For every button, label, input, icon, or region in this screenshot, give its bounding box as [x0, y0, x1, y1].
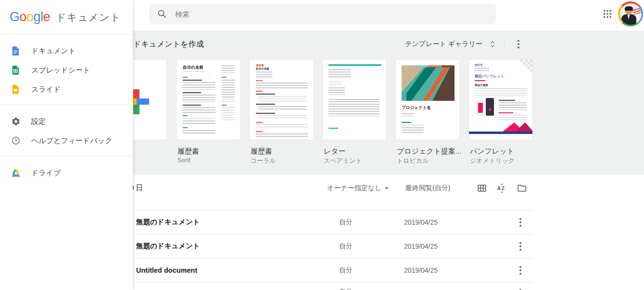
doc-row[interactable]: 自分	[133, 282, 533, 290]
more-vert-icon	[519, 266, 521, 268]
docs-icon	[11, 46, 21, 56]
checker-corner	[518, 60, 532, 74]
sidebar-item-documents[interactable]: ドキュメント	[0, 41, 133, 60]
sidebar-item-help-feedback[interactable]: ? ヘルプとフィードバック	[0, 131, 133, 150]
more-vert-icon	[519, 218, 521, 220]
user-avatar-photo	[620, 3, 642, 25]
unfold-more-icon	[488, 40, 497, 48]
thumb-name-text: 自分の名前	[256, 68, 269, 71]
doc-date: 2019/04/25	[404, 218, 515, 226]
template-more-options-button[interactable]	[512, 37, 525, 51]
create-document-title: ドキュメントを作成	[133, 39, 204, 49]
template-subtitle: コーラル	[251, 157, 276, 165]
sidebar-item-label: ドキュメント	[31, 47, 76, 56]
sidebar-primary-list: ドキュメント スプレッドシート	[0, 35, 133, 105]
template-subtitle: スペアミント	[324, 157, 362, 165]
more-vert-icon	[519, 242, 521, 244]
grid-view-button[interactable]	[476, 182, 488, 194]
template-card-resume-coral[interactable]: 履歴書 自分の名前 履歴書 コーラル	[249, 59, 314, 140]
template-subtitle: Serif	[177, 157, 190, 164]
more-vert-icon	[518, 40, 519, 42]
doc-name: Untitled document	[133, 266, 339, 274]
sidebar: Google ドキュメント ドキュメント	[0, 0, 133, 290]
user-avatar[interactable]	[618, 1, 643, 26]
divider	[504, 38, 505, 50]
template-thumbnail: 会社名 製品パンフレット 製品の概要	[468, 59, 533, 140]
template-gallery-button[interactable]: テンプレート ギャラリー	[405, 40, 497, 48]
template-card-resume-serif[interactable]: 自分の名前 履歴書 Serif	[176, 59, 240, 140]
template-thumbnail	[322, 59, 387, 140]
search-input[interactable]	[175, 10, 488, 18]
phone-image	[477, 101, 484, 115]
row-menu-button[interactable]	[515, 241, 526, 252]
sheets-icon	[11, 65, 21, 75]
sidebar-item-label: ドライブ	[31, 169, 61, 178]
sidebar-item-label: スライド	[31, 85, 61, 94]
navy-bar	[469, 132, 533, 134]
template-title: 履歴書	[251, 147, 272, 156]
sidebar-secondary-list: 設定 ? ヘルプとフィードバック	[0, 105, 133, 156]
sidebar-item-spreadsheets[interactable]: スプレッドシート	[0, 60, 133, 80]
template-title: 履歴書	[177, 147, 199, 156]
doc-row[interactable]: 無題のドキュメント 自分 2019/04/25	[133, 210, 533, 234]
thumb-tag-text: 履歴書	[256, 64, 264, 67]
template-card-brochure-geometric[interactable]: 会社名 製品パンフレット 製品の概要 パンフレット ジオメトリック	[468, 59, 533, 140]
doc-row[interactable]: Untitled document 自分 2019/04/25	[133, 258, 533, 282]
google-logo: Google	[10, 10, 50, 24]
sort-az-icon: A Z	[496, 183, 507, 193]
apps-grid-icon	[603, 10, 612, 18]
template-card-project-tropic[interactable]: プロジェクト名 プロジェクト提案... トロピカル	[395, 59, 460, 140]
template-subtitle: トロピカル	[397, 157, 429, 165]
last-opened-label: 最終閲覧(自分)	[405, 184, 450, 193]
thumb-name-text: 自分の名前	[183, 65, 203, 70]
doc-name: 無題のドキュメント	[133, 242, 339, 251]
plus-icon	[137, 98, 149, 105]
grid-view-icon	[477, 183, 487, 193]
document-list: 無題のドキュメント 自分 2019/04/25 無題のドキュメント 自分 201…	[133, 210, 533, 290]
slides-icon	[11, 85, 21, 94]
sidebar-item-settings[interactable]: 設定	[0, 112, 133, 131]
page: ドキュメントを作成 テンプレート ギャラリー	[0, 0, 644, 290]
sort-az-button[interactable]: A Z	[496, 182, 507, 194]
last-opened-sort-button[interactable]: 最終閲覧(自分)	[405, 181, 450, 195]
template-subtitle: ジオメトリック	[470, 157, 515, 165]
doc-owner: 自分	[339, 288, 404, 290]
apps-grid-button[interactable]	[599, 5, 616, 23]
app-logo[interactable]: Google ドキュメント	[0, 0, 133, 35]
folder-button[interactable]	[516, 182, 528, 194]
sidebar-tertiary-list: ドライブ	[0, 157, 133, 188]
template-thumbnail: 自分の名前	[176, 59, 240, 140]
arrow-drop-down-icon	[382, 184, 391, 193]
doc-owner: 自分	[339, 242, 404, 251]
template-gallery-label: テンプレート ギャラリー	[405, 40, 482, 48]
drive-icon	[11, 169, 21, 178]
phone-image	[486, 98, 494, 116]
template-card-letter-spearmint[interactable]: レター スペアミント	[322, 59, 387, 140]
svg-text:Z: Z	[502, 185, 505, 191]
doc-owner: 自分	[339, 266, 404, 275]
template-thumbnail: プロジェクト名	[395, 59, 460, 140]
thumb-heading-text: 製品の概要	[475, 84, 488, 87]
thumb-title-text: 製品パンフレット	[475, 74, 504, 78]
doc-date: 2019/04/25	[404, 242, 515, 250]
owner-filter-dropdown[interactable]: オーナー指定なし	[327, 181, 391, 195]
svg-text:?: ?	[14, 138, 17, 143]
doc-date: 2019/04/25	[404, 266, 515, 274]
sidebar-item-slides[interactable]: スライド	[0, 80, 133, 99]
folder-icon	[517, 183, 527, 193]
sidebar-item-label: ヘルプとフィードバック	[31, 136, 113, 145]
sidebar-item-drive[interactable]: ドライブ	[0, 163, 133, 182]
thumb-title-text: プロジェクト名	[402, 106, 431, 110]
template-thumbnail: 履歴書 自分の名前	[249, 59, 314, 140]
row-menu-button[interactable]	[515, 288, 526, 290]
help-icon: ?	[11, 136, 21, 145]
row-menu-button[interactable]	[515, 265, 526, 276]
logo-product-name: ドキュメント	[56, 11, 121, 24]
doc-row[interactable]: 無題のドキュメント 自分 2019/04/25	[133, 234, 533, 258]
row-menu-button[interactable]	[515, 217, 526, 228]
sidebar-item-label: スプレッドシート	[31, 66, 90, 75]
svg-text:A: A	[497, 185, 501, 191]
search-bar[interactable]	[149, 4, 496, 24]
doc-owner: 自分	[339, 218, 404, 227]
gear-icon	[11, 117, 21, 126]
